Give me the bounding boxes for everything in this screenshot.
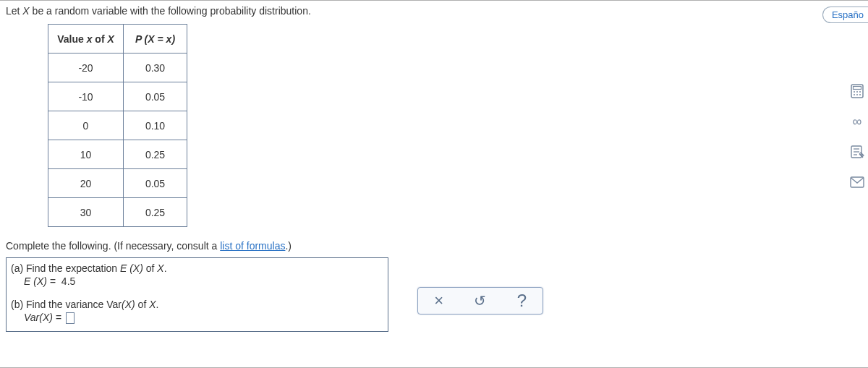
cell-x: 0 — [48, 111, 124, 140]
part-a-bigx: X — [157, 262, 163, 274]
problem-statement: Let X be a random variable with the foll… — [6, 5, 862, 17]
part-b-period: . — [156, 299, 159, 310]
hdr-value-prefix: Value — [57, 33, 86, 45]
svg-point-3 — [856, 91, 858, 93]
cell-p: 0.05 — [124, 82, 187, 111]
help-button[interactable]: ? — [504, 292, 539, 309]
hdr-px-open: ( — [142, 33, 148, 45]
part-a-lhs: E (X) = — [24, 275, 59, 287]
part-b-lhs: Var(X) = — [24, 312, 64, 323]
table-row: 100.25 — [48, 140, 187, 169]
cell-x: 30 — [48, 198, 124, 227]
part-a-of: of — [143, 262, 157, 274]
intro-prefix: Let — [6, 5, 22, 17]
col-header-px: P (X = x) — [124, 25, 187, 54]
hdr-px-close: ) — [171, 33, 175, 45]
part-a-expr: E (X) — [120, 262, 143, 274]
cell-p: 0.10 — [124, 111, 187, 140]
intro-suffix: be a random variable with the following … — [30, 5, 311, 17]
part-b: (b) Find the variance Var(X) of X. Var(X… — [7, 294, 388, 331]
hdr-value-bigx: X — [107, 33, 114, 45]
clear-button[interactable]: × — [422, 293, 456, 309]
svg-point-5 — [854, 94, 855, 95]
cell-x: -20 — [48, 54, 124, 82]
svg-point-2 — [854, 91, 855, 93]
part-b-bigx: X — [149, 299, 156, 310]
part-a-label: (a) Find the expectation — [11, 262, 120, 274]
hdr-px-p: P — [135, 33, 142, 45]
part-b-label: (b) Find the variance Var — [11, 299, 122, 310]
variance-input[interactable] — [66, 312, 75, 324]
cell-p: 0.25 — [124, 198, 187, 227]
mail-icon[interactable] — [849, 174, 865, 190]
answer-box: (a) Find the expectation E (X) of X. E (… — [6, 257, 388, 332]
undo-button[interactable]: ↺ — [463, 294, 498, 308]
complete-suffix: .) — [285, 240, 292, 252]
cell-p: 0.05 — [124, 169, 187, 198]
cell-x: 10 — [48, 140, 124, 169]
table-row: -100.05 — [48, 82, 187, 111]
svg-point-4 — [859, 91, 861, 93]
notes-icon[interactable] — [849, 144, 865, 160]
intro-var: X — [22, 5, 29, 17]
language-button[interactable]: Españo — [822, 7, 868, 23]
cell-p: 0.30 — [124, 54, 187, 82]
cell-x: 20 — [48, 169, 124, 198]
calculator-icon[interactable] — [849, 83, 865, 99]
part-a-formula: E (X) = 4.5 — [11, 274, 382, 291]
table-row: 300.25 — [48, 198, 187, 227]
table-row: 00.10 — [48, 111, 187, 140]
table-row: -200.30 — [48, 54, 187, 82]
table-row: 200.05 — [48, 169, 187, 198]
part-a: (a) Find the expectation E (X) of X. E (… — [7, 258, 388, 294]
part-b-expr: (X) — [122, 299, 135, 310]
probability-table: Value x of X P (X = x) -200.30 -100.05 0… — [48, 24, 187, 227]
svg-point-7 — [859, 94, 861, 95]
hdr-value-of: of — [92, 33, 107, 45]
hdr-px-bigx: X — [148, 33, 154, 45]
instructions: Complete the following. (If necessary, c… — [6, 240, 862, 252]
col-header-value: Value x of X — [48, 25, 124, 54]
cell-p: 0.25 — [124, 140, 187, 169]
formulas-link[interactable]: list of formulas — [220, 240, 285, 252]
cell-x: -10 — [48, 82, 124, 111]
part-b-of: of — [135, 299, 149, 310]
answer-toolbox: × ↺ ? — [417, 287, 543, 314]
complete-prefix: Complete the following. (If necessary, c… — [6, 240, 220, 252]
infinity-icon[interactable]: ∞ — [849, 114, 865, 129]
part-a-value: 4.5 — [61, 275, 75, 287]
hdr-px-eq: = — [155, 33, 166, 45]
part-b-formula: Var(X) = — [11, 310, 382, 328]
side-toolbar: ∞ — [848, 83, 867, 190]
svg-rect-1 — [854, 87, 861, 90]
svg-point-6 — [856, 94, 858, 95]
part-a-period: . — [164, 262, 167, 274]
